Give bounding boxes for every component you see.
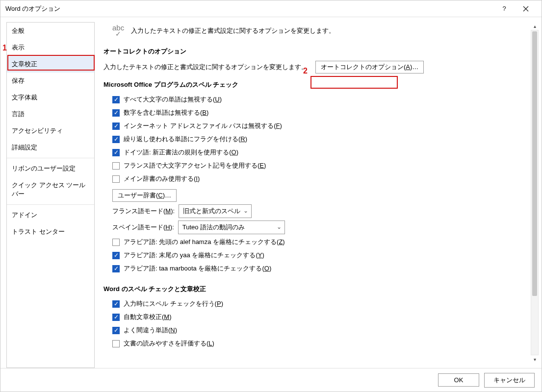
chk-check-as-type: ✓ 入力時にスペル チェックを行う(P) [112, 298, 530, 309]
sidebar-item-customize-ribbon[interactable]: リボンのユーザー設定 [7, 160, 94, 177]
dialog-footer: OK キャンセル [0, 368, 542, 392]
chk-ignore-numbers: ✓ 数字を含む単語は無視する(B) [112, 107, 530, 118]
page-description: 入力したテキストの修正と書式設定に関するオプションを変更します。 [131, 26, 335, 35]
sidebar-item-quick-access[interactable]: クイック アクセス ツール バー [7, 177, 94, 202]
chk-french-accents: フランス語で大文字アクセント記号を使用する(E) [112, 160, 530, 171]
page-header: abc✓ 入力したテキストの修正と書式設定に関するオプションを変更します。 [112, 24, 530, 37]
sidebar-item-typography[interactable]: 文字体裁 [7, 89, 94, 106]
checkbox[interactable] [112, 239, 120, 246]
checkbox[interactable]: ✓ [112, 96, 120, 103]
checkbox[interactable]: ✓ [112, 136, 120, 143]
section-office-spell-title: Microsoft Office プログラムのスペル チェック [103, 80, 530, 89]
checkbox[interactable]: ✓ [112, 149, 120, 156]
checkbox[interactable]: ✓ [112, 327, 120, 334]
sidebar-item-proofing[interactable]: 文章校正 [7, 56, 94, 73]
options-dialog: Word のオプション ? 全般 表示 文章校正 保存 文字体裁 言語 アクセシ… [0, 0, 542, 392]
cancel-button[interactable]: キャンセル [484, 373, 535, 388]
sidebar-item-save[interactable]: 保存 [7, 73, 94, 89]
window-title: Word のオプション [5, 4, 493, 13]
proofing-icon: abc✓ [112, 24, 124, 37]
section-word-spell-title: Word のスペル チェックと文章校正 [103, 285, 530, 294]
french-mode-row: フランス語モード(M): 旧式と新式のスペル [112, 204, 530, 218]
scroll-viewport: abc✓ 入力したテキストの修正と書式設定に関するオプションを変更します。 オー… [103, 22, 530, 363]
sidebar-item-language[interactable]: 言語 [7, 106, 94, 122]
scroll-up-arrow-icon[interactable]: ▴ [531, 22, 539, 30]
scroll-down-arrow-icon[interactable]: ▾ [531, 355, 539, 363]
help-button[interactable]: ? [493, 1, 515, 16]
ok-button[interactable]: OK [438, 373, 479, 387]
chk-ignore-internet: ✓ インターネット アドレスとファイル パスは無視する(F) [112, 121, 530, 131]
sidebar-separator [7, 204, 94, 205]
spanish-mode-row: スペイン語モード(H): Tuteo 語法の動詞のみ [112, 220, 530, 234]
user-dict-row: ユーザー辞書(C)… [112, 189, 530, 202]
french-mode-select[interactable]: 旧式と新式のスペル [179, 204, 252, 218]
chk-german-ortho: ✓ ドイツ語: 新正書法の規則を使用する(O) [112, 147, 530, 158]
chk-frequently-confused: ✓ よく間違う単語(N) [112, 325, 530, 336]
office-spell-options: ✓ すべて大文字の単語は無視する(U) ✓ 数字を含む単語は無視する(B) ✓ … [112, 94, 530, 274]
spanish-mode-select[interactable]: Tuteo 語法の動詞のみ [178, 220, 285, 234]
checkbox[interactable]: ✓ [112, 252, 120, 259]
autocorrect-desc: 入力したテキストの修正と書式設定に関するオプションを変更します。 [103, 62, 308, 73]
checkbox[interactable] [112, 162, 120, 170]
word-spell-options: ✓ 入力時にスペル チェックを行う(P) ✓ 自動文章校正(M) ✓ よく間違う… [112, 298, 530, 349]
chk-auto-grammar: ✓ 自動文章校正(M) [112, 312, 530, 322]
sidebar-item-general[interactable]: 全般 [7, 23, 94, 39]
section-autocorrect-title: オートコレクトのオプション [103, 47, 530, 56]
chk-main-dict-only: メイン辞書のみ使用する(I) [112, 173, 530, 184]
dialog-body: 全般 表示 文章校正 保存 文字体裁 言語 アクセシビリティ 詳細設定 リボンの… [0, 17, 542, 368]
sidebar-item-addins[interactable]: アドイン [7, 207, 94, 223]
category-sidebar: 全般 表示 文章校正 保存 文字体裁 言語 アクセシビリティ 詳細設定 リボンの… [6, 22, 95, 368]
chk-arabic-taa: ✓ アラビア語: taa marboota を厳格にチェックする(O) [112, 263, 530, 274]
content-panel: abc✓ 入力したテキストの修正と書式設定に関するオプションを変更します。 オー… [103, 22, 539, 368]
checkbox[interactable]: ✓ [112, 122, 120, 130]
chk-arabic-alef: アラビア語: 先頭の alef hamza を厳格にチェックする(Z) [112, 237, 530, 247]
checkbox[interactable] [112, 175, 120, 183]
vertical-scrollbar[interactable]: ▴ ▾ [531, 22, 539, 363]
chk-readability: 文書の読みやすさを評価する(L) [112, 338, 530, 349]
titlebar: Word のオプション ? [0, 0, 542, 17]
user-dict-button[interactable]: ユーザー辞書(C)… [112, 189, 177, 202]
close-icon [523, 6, 529, 12]
sidebar-item-display[interactable]: 表示 [7, 39, 94, 56]
chk-flag-repeated: ✓ 繰り返し使われる単語にフラグを付ける(R) [112, 134, 530, 145]
checkbox[interactable]: ✓ [112, 265, 120, 272]
sidebar-item-accessibility[interactable]: アクセシビリティ [7, 122, 94, 139]
chk-arabic-yaa: ✓ アラビア語: 末尾の yaa を厳格にチェックする(Y) [112, 250, 530, 261]
sidebar-item-trust-center[interactable]: トラスト センター [7, 223, 94, 240]
scroll-thumb[interactable] [532, 31, 537, 296]
sidebar-separator [7, 158, 94, 158]
autocorrect-options-button[interactable]: オートコレクトのオプション(A)… [315, 61, 424, 74]
chk-ignore-uppercase: ✓ すべて大文字の単語は無視する(U) [112, 94, 530, 105]
checkbox[interactable]: ✓ [112, 300, 120, 308]
sidebar-item-advanced[interactable]: 詳細設定 [7, 139, 94, 156]
autocorrect-row: 入力したテキストの修正と書式設定に関するオプションを変更します。 オートコレクト… [103, 61, 530, 74]
scroll-track[interactable] [531, 30, 539, 355]
close-button[interactable] [515, 1, 537, 16]
checkbox[interactable]: ✓ [112, 109, 120, 117]
checkbox[interactable]: ✓ [112, 314, 120, 321]
checkbox[interactable] [112, 340, 120, 347]
